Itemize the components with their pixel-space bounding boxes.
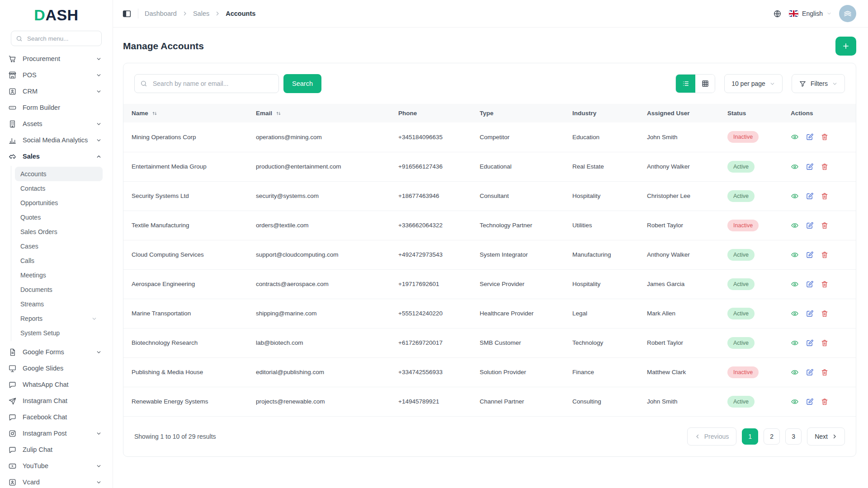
sidebar-item-opportunities[interactable]: Opportunities [15, 196, 103, 210]
sidebar-item-form-builder[interactable]: Form Builder [0, 99, 113, 116]
previous-page-button[interactable]: Previous [687, 427, 736, 446]
sidebar-item-vcard[interactable]: Vcard [0, 474, 113, 488]
sidebar-item-contacts[interactable]: Contacts [15, 181, 103, 196]
table-row: Renewable Energy Systems projects@renewa… [123, 387, 856, 416]
delete-button[interactable] [821, 368, 829, 376]
account-search-input[interactable] [152, 80, 273, 88]
delete-button[interactable] [821, 339, 829, 347]
edit-button[interactable] [806, 368, 814, 376]
cell-phone: +617269720017 [390, 328, 472, 357]
grid-view-button[interactable] [695, 75, 715, 93]
sidebar-item-crm[interactable]: CRM [0, 83, 113, 99]
sidebar-search[interactable] [11, 31, 102, 46]
sidebar-item-accounts[interactable]: Accounts [15, 167, 103, 181]
breadcrumb-sales[interactable]: Sales [193, 10, 209, 17]
view-button[interactable] [791, 398, 799, 406]
delete-button[interactable] [821, 133, 829, 141]
sidebar-item-instagram-chat[interactable]: Instagram Chat [0, 393, 113, 409]
edit-button[interactable] [806, 251, 814, 259]
sidebar-item-quotes[interactable]: Quotes [15, 210, 103, 225]
sidebar-item-google-slides[interactable]: Google Slides [0, 360, 113, 376]
cell-type: Healthcare Provider [472, 299, 564, 328]
delete-button[interactable] [821, 251, 829, 259]
language-selector[interactable]: English [789, 10, 832, 17]
add-account-button[interactable] [835, 37, 856, 56]
edit-button[interactable] [806, 339, 814, 347]
sidebar-item-google-forms[interactable]: Google Forms [0, 344, 113, 360]
view-button[interactable] [791, 251, 799, 259]
page-2-button[interactable]: 2 [764, 428, 780, 445]
list-view-button[interactable] [676, 75, 695, 93]
sidebar-item-sales-orders[interactable]: Sales Orders [15, 225, 103, 239]
sidebar-item-whatsapp-chat[interactable]: WhatsApp Chat [0, 376, 113, 393]
pagination: Previous 1 2 3 Next [687, 427, 845, 446]
table-row: Entertainment Media Group production@ent… [123, 152, 856, 181]
status-badge: Active [727, 308, 755, 319]
user-avatar[interactable] [839, 5, 856, 22]
delete-button[interactable] [821, 163, 829, 171]
edit-button[interactable] [806, 192, 814, 200]
search-button[interactable]: Search [283, 74, 321, 93]
sort-icon[interactable] [275, 110, 282, 117]
account-search[interactable] [134, 74, 279, 93]
filters-button[interactable]: Filters [792, 74, 845, 93]
sidebar-item-youtube[interactable]: YouTube [0, 458, 113, 474]
sidebar-item-streams[interactable]: Streams [15, 297, 103, 311]
eye-icon [791, 368, 799, 376]
sidebar-item-sales[interactable]: Sales [0, 148, 113, 164]
edit-icon [806, 192, 814, 200]
delete-button[interactable] [821, 310, 829, 318]
sidebar-item-instagram-post[interactable]: Instagram Post [0, 425, 113, 441]
next-page-button[interactable]: Next [807, 427, 845, 446]
sidebar-item-calls[interactable]: Calls [15, 253, 103, 268]
chevron-down-icon [96, 72, 102, 78]
sidebar-item-social-media-analytics[interactable]: Social Media Analytics [0, 132, 113, 148]
table-row: Mining Operations Corp operations@mining… [123, 122, 856, 152]
sidebar-search-input[interactable] [26, 35, 97, 42]
view-button[interactable] [791, 368, 799, 376]
eye-icon [791, 192, 799, 200]
sidebar-item-meetings[interactable]: Meetings [15, 268, 103, 282]
page-3-button[interactable]: 3 [785, 428, 802, 445]
view-button[interactable] [791, 339, 799, 347]
edit-button[interactable] [806, 133, 814, 141]
view-button[interactable] [791, 221, 799, 230]
sidebar-item-pos[interactable]: POS [0, 67, 113, 83]
view-button[interactable] [791, 133, 799, 141]
cell-email: projects@renewable.com [248, 387, 390, 416]
delete-button[interactable] [821, 192, 829, 200]
sidebar-item-zulip-chat[interactable]: Zulip Chat [0, 441, 113, 458]
sidebar-item-facebook-chat[interactable]: Facebook Chat [0, 409, 113, 425]
sidebar-item-reports[interactable]: Reports [15, 311, 103, 326]
sidebar-item-assets[interactable]: Assets [0, 116, 113, 132]
edit-button[interactable] [806, 310, 814, 318]
sidebar-item-documents[interactable]: Documents [15, 282, 103, 297]
per-page-select[interactable]: 10 per page [724, 74, 783, 93]
header-name[interactable]: Name [123, 104, 248, 122]
table-header-row: Name Email Phone Type Industry Assigned … [123, 104, 856, 122]
delete-button[interactable] [821, 280, 829, 288]
sidebar-item-procurement[interactable]: Procurement [0, 51, 113, 67]
edit-button[interactable] [806, 398, 814, 406]
edit-button[interactable] [806, 221, 814, 230]
per-page-value: 10 per page [731, 80, 765, 87]
delete-button[interactable] [821, 221, 829, 230]
cell-email: support@cloudcomputing.com [248, 240, 390, 269]
breadcrumb-dashboard[interactable]: Dashboard [145, 10, 177, 17]
delete-button[interactable] [821, 398, 829, 406]
header-email[interactable]: Email [248, 104, 390, 122]
breadcrumb: Dashboard Sales Accounts [145, 10, 255, 17]
sort-icon[interactable] [151, 110, 158, 117]
eye-icon [791, 280, 799, 288]
globe-button[interactable] [773, 9, 782, 18]
view-button[interactable] [791, 280, 799, 288]
edit-button[interactable] [806, 280, 814, 288]
sidebar-item-cases[interactable]: Cases [15, 239, 103, 253]
sidebar-item-system-setup[interactable]: System Setup [15, 326, 103, 340]
edit-button[interactable] [806, 163, 814, 171]
sidebar-toggle-button[interactable] [122, 9, 132, 19]
view-button[interactable] [791, 163, 799, 171]
page-1-button[interactable]: 1 [742, 428, 758, 445]
view-button[interactable] [791, 310, 799, 318]
view-button[interactable] [791, 192, 799, 200]
